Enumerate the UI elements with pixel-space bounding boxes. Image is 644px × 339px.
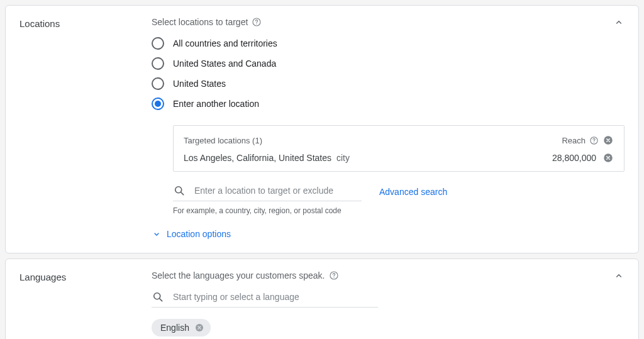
targeted-header: Targeted locations (1) xyxy=(184,136,262,145)
svg-line-7 xyxy=(181,192,184,195)
svg-point-1 xyxy=(257,23,257,24)
chevron-down-icon xyxy=(152,229,162,239)
help-icon[interactable] xyxy=(589,136,599,145)
location-name: Los Angeles, California, United States xyxy=(184,153,331,163)
locations-card: Locations Select locations to target All… xyxy=(5,5,639,253)
languages-label: Languages xyxy=(19,270,152,282)
languages-card: Languages Select the languages your cust… xyxy=(5,258,639,339)
help-icon[interactable] xyxy=(252,17,262,27)
help-icon[interactable] xyxy=(329,270,339,281)
languages-prompt: Select the languages your customers spea… xyxy=(152,270,325,281)
remove-all-icon[interactable] xyxy=(602,135,614,146)
radio-label: United States xyxy=(173,79,226,89)
radio-icon xyxy=(152,37,164,50)
svg-point-9 xyxy=(333,277,334,277)
locations-prompt: Select locations to target xyxy=(152,17,248,27)
locations-prompt-line: Select locations to target xyxy=(152,17,625,27)
location-hint: For example, a country, city, region, or… xyxy=(173,206,625,215)
radio-label: United States and Canada xyxy=(173,58,276,69)
radio-icon xyxy=(152,77,164,90)
search-icon xyxy=(152,291,164,303)
language-search-field[interactable] xyxy=(152,288,378,308)
location-type: city xyxy=(336,153,350,163)
language-search-input[interactable] xyxy=(173,292,378,302)
targeted-locations-box: Targeted locations (1) Reach Los Angeles… xyxy=(173,125,625,172)
location-search-input[interactable] xyxy=(194,186,362,196)
radio-icon xyxy=(152,57,164,70)
radio-icon xyxy=(152,97,164,110)
remove-location-icon[interactable] xyxy=(602,152,614,164)
radio-us[interactable]: United States xyxy=(152,74,625,94)
reach-value: 28,800,000 xyxy=(552,153,596,163)
remove-chip-icon[interactable] xyxy=(194,323,204,333)
radio-label: Enter another location xyxy=(173,99,259,109)
svg-point-3 xyxy=(594,142,594,142)
locations-label: Locations xyxy=(19,17,152,29)
collapse-icon[interactable] xyxy=(613,17,625,28)
location-search-field[interactable] xyxy=(173,182,362,201)
languages-prompt-line: Select the languages your customers spea… xyxy=(152,270,625,281)
radio-all-countries[interactable]: All countries and territories xyxy=(152,33,625,53)
location-options-toggle[interactable]: Location options xyxy=(152,229,625,239)
reach-label: Reach xyxy=(562,136,586,145)
location-options-label: Location options xyxy=(167,229,231,239)
radio-us-canada[interactable]: United States and Canada xyxy=(152,53,625,74)
advanced-search-link[interactable]: Advanced search xyxy=(379,187,447,197)
radio-another-location[interactable]: Enter another location xyxy=(152,94,625,114)
location-radio-group: All countries and territories United Sta… xyxy=(152,33,625,114)
svg-line-11 xyxy=(160,299,162,301)
targeted-location-row: Los Angeles, California, United States c… xyxy=(184,152,614,164)
search-icon xyxy=(173,184,186,197)
collapse-icon[interactable] xyxy=(613,270,625,282)
language-chip[interactable]: English xyxy=(152,319,211,336)
chip-label: English xyxy=(160,323,189,333)
radio-label: All countries and territories xyxy=(173,38,277,48)
